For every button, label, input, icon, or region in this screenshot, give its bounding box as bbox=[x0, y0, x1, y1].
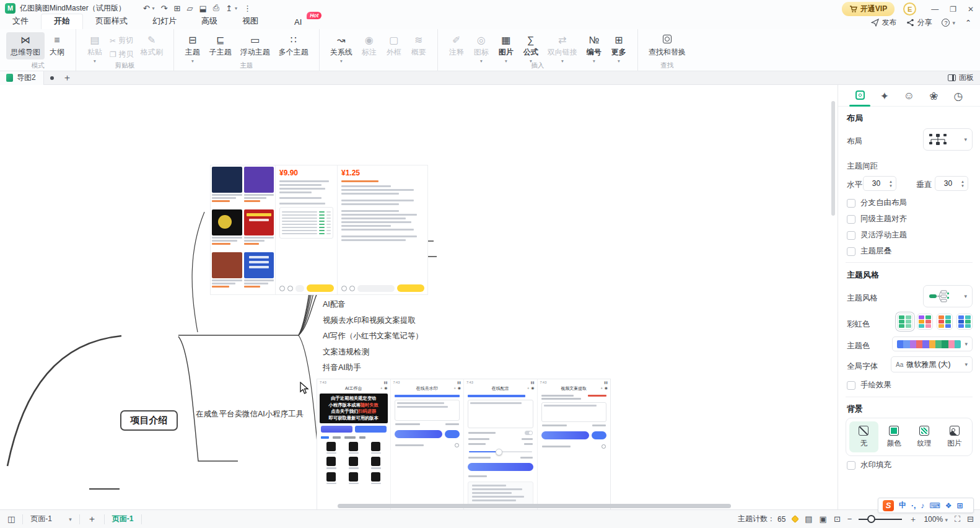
more-insert-button[interactable]: ⊞更多▾ bbox=[606, 32, 631, 64]
ime-voice-icon[interactable]: ♪ bbox=[921, 501, 924, 510]
embedded-image-phone-screenshots[interactable]: 7:43▮▮ AI工作台＋ ◉ 由于近期相关规定变动 小程序版本或将随时失效 点… bbox=[317, 379, 610, 509]
branch-sell-on-xianyu[interactable]: 在咸鱼平台卖微信AI小程序工具 bbox=[196, 409, 299, 420]
fit-frame-icon[interactable]: ▣ bbox=[820, 514, 827, 524]
topic-button[interactable]: ⊟主题▾ bbox=[180, 32, 205, 64]
export-icon[interactable]: ↥ bbox=[225, 4, 232, 13]
share-button[interactable]: 分享 bbox=[906, 17, 932, 28]
active-page-tab[interactable]: 页面-1 bbox=[112, 514, 134, 524]
floating-topic-button[interactable]: ▭浮动主题 bbox=[236, 32, 274, 59]
add-page-button[interactable]: ＋ bbox=[87, 513, 97, 525]
summary-button[interactable]: ≋概要 bbox=[406, 32, 431, 59]
panel-tab-style[interactable]: ❀ bbox=[924, 90, 943, 106]
panel-tab-sticker[interactable]: ☺ bbox=[900, 90, 919, 106]
panel-tab-beautify[interactable]: ✦ bbox=[875, 90, 894, 106]
ime-punctuation-icon[interactable]: ·, bbox=[911, 501, 916, 510]
numbering-button[interactable]: №编号▾ bbox=[582, 32, 606, 64]
page-selector[interactable]: 页面-1 ▾ bbox=[30, 514, 72, 524]
branch-watermark-removal[interactable]: 视频去水印和视频文案提取 bbox=[323, 315, 416, 326]
open-file-icon[interactable]: ▱ bbox=[186, 4, 193, 13]
relationship-button[interactable]: ↝关系线▾ bbox=[326, 32, 357, 64]
boundary-button[interactable]: ▢外框 bbox=[382, 32, 406, 59]
export-dropdown-icon[interactable]: ▾ bbox=[235, 6, 237, 11]
zoom-in-button[interactable]: ＋ bbox=[909, 514, 917, 525]
cut-button[interactable]: ✂剪切 bbox=[107, 35, 136, 46]
formula-button[interactable]: ∑公式▾ bbox=[518, 32, 543, 64]
save-icon[interactable]: ⬓ bbox=[199, 4, 206, 13]
tab-advanced[interactable]: 高级 bbox=[189, 14, 230, 29]
outline-mode-button[interactable]: ≡大纲 bbox=[45, 32, 69, 59]
tab-slides[interactable]: 幻灯片 bbox=[140, 14, 189, 29]
branch-douyin-ai[interactable]: 抖音AI助手 bbox=[323, 363, 361, 373]
background-texture-option[interactable]: 纹理 bbox=[910, 421, 939, 452]
redo-icon[interactable]: ↷ bbox=[161, 4, 168, 13]
callout-button[interactable]: ◉标注 bbox=[357, 32, 382, 59]
rainbow-swatch-3[interactable] bbox=[937, 314, 953, 330]
zoom-slider[interactable] bbox=[859, 519, 902, 520]
mindmap-mode-button[interactable]: ⋈思维导图 bbox=[6, 32, 45, 59]
rainbow-swatch-2[interactable] bbox=[917, 314, 933, 330]
tab-ai[interactable]: AI Hot bbox=[282, 16, 314, 29]
fullscreen-icon[interactable]: ⛶ bbox=[955, 514, 960, 524]
ime-keyboard-icon[interactable]: ⌨ bbox=[929, 501, 940, 510]
branch-ai-dubbing[interactable]: AI配音 bbox=[323, 299, 346, 310]
collapse-statusbar-icon[interactable]: ⊟ bbox=[967, 514, 974, 524]
tab-page-style[interactable]: 页面样式 bbox=[83, 14, 140, 29]
publish-button[interactable]: 发布 bbox=[871, 17, 896, 28]
pages-view-icon[interactable]: ▤ bbox=[805, 514, 812, 524]
tab-file[interactable]: 文件 bbox=[0, 14, 41, 29]
checkbox-free-branch-layout[interactable]: 分支自由布局 bbox=[847, 198, 907, 208]
comment-button[interactable]: ✐注释 bbox=[444, 32, 469, 59]
checkbox-align-sibling-topics[interactable]: 同级主题对齐 bbox=[847, 214, 907, 224]
new-document-tab-button[interactable]: ＋ bbox=[63, 72, 72, 84]
zoom-level[interactable]: 100% ▾ bbox=[924, 515, 948, 524]
checkbox-hand-drawn[interactable]: 手绘效果 bbox=[847, 380, 891, 390]
paste-button[interactable]: ▤粘贴▾ bbox=[82, 32, 107, 64]
user-avatar[interactable]: E bbox=[903, 2, 916, 15]
copy-button[interactable]: ❐拷贝 bbox=[107, 48, 136, 60]
mindmap-canvas[interactable]: ¥9.90 ¥1.25 在咸鱼平台卖微信AI小程序工具 AI配音 视频去水印和视… bbox=[0, 85, 838, 509]
branch-copy-compliance[interactable]: 文案违规检测 bbox=[323, 347, 369, 358]
sogou-logo-icon[interactable]: S bbox=[883, 500, 894, 511]
fit-screen-icon[interactable]: ⊡ bbox=[834, 514, 841, 524]
bidirectional-link-button[interactable]: ⇄双向链接▾ bbox=[543, 32, 582, 64]
maximize-button[interactable]: ❐ bbox=[950, 5, 956, 14]
global-font-dropdown[interactable]: Aa 微软雅黑 (大) ▾ bbox=[891, 356, 973, 372]
tab-home[interactable]: 开始 bbox=[41, 14, 83, 29]
rainbow-swatch-4[interactable] bbox=[956, 314, 973, 330]
background-none-option[interactable]: 无 bbox=[849, 421, 878, 452]
ime-toolbox-icon[interactable]: ⊞ bbox=[956, 501, 963, 510]
theme-style-dropdown[interactable]: ▾ bbox=[923, 285, 973, 307]
checkbox-topic-overlap[interactable]: 主题层叠 bbox=[847, 246, 891, 257]
tab-view[interactable]: 视图 bbox=[230, 14, 271, 29]
zoom-slider-knob[interactable] bbox=[867, 515, 875, 523]
undo-dropdown-icon[interactable]: ▾ bbox=[152, 6, 155, 11]
vip-button[interactable]: 开通VIP bbox=[842, 2, 895, 16]
background-image-option[interactable]: 图片 bbox=[940, 421, 969, 452]
print-icon[interactable]: ⎙ bbox=[213, 3, 219, 13]
layout-dropdown[interactable]: ▾ bbox=[923, 128, 973, 151]
theme-color-dropdown[interactable]: ▾ bbox=[892, 337, 973, 351]
multiple-topics-button[interactable]: ∷多个主题 bbox=[274, 32, 313, 59]
picture-button[interactable]: ▦图片▾ bbox=[494, 32, 518, 64]
panel-tab-layout[interactable] bbox=[851, 90, 869, 106]
rainbow-swatch-1[interactable] bbox=[897, 314, 913, 330]
vertical-spacing-stepper[interactable]: 30▲▼ bbox=[935, 176, 968, 191]
format-painter-button[interactable]: ✎格式刷 bbox=[136, 32, 167, 59]
subtopic-button[interactable]: ⊑子主题 bbox=[205, 32, 236, 59]
branch-ai-writing[interactable]: AI写作（小红书文案笔记等） bbox=[323, 331, 423, 341]
document-tab[interactable]: 导图2 bbox=[0, 71, 44, 85]
undo-icon[interactable]: ↶ bbox=[143, 4, 150, 13]
zoom-out-button[interactable]: − bbox=[847, 514, 852, 524]
horizontal-spacing-stepper[interactable]: 30▲▼ bbox=[863, 176, 896, 191]
panel-scrollbar[interactable] bbox=[831, 101, 835, 216]
ime-chinese-mode-icon[interactable]: 中 bbox=[899, 500, 906, 511]
canvas-horizontal-scrollbar[interactable] bbox=[338, 504, 731, 508]
close-button[interactable]: ✕ bbox=[968, 5, 974, 14]
checkbox-watermark-fill[interactable]: 水印填充 bbox=[847, 460, 891, 470]
ime-skin-icon[interactable]: ❖ bbox=[945, 501, 952, 510]
more-commands-icon[interactable]: ⋮ bbox=[243, 4, 252, 13]
help-button[interactable]: ?▾ bbox=[942, 19, 955, 27]
node-project-intro[interactable]: 项目介绍 bbox=[120, 410, 178, 431]
collapse-ribbon-button[interactable]: ⌃ bbox=[965, 19, 971, 27]
background-color-option[interactable]: 颜色 bbox=[880, 421, 909, 452]
